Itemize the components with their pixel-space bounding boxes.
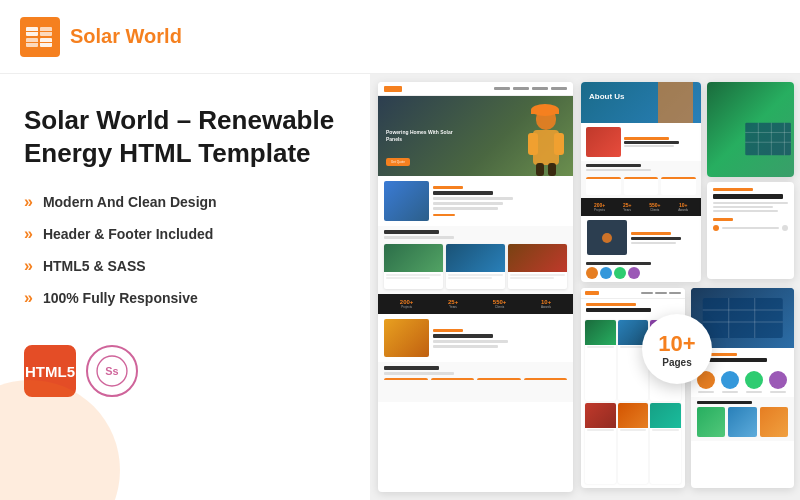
features-list: » Modern And Clean Design » Header & Foo… (24, 193, 346, 321)
sim-play-button (602, 233, 612, 243)
sim-hero-btn: Get Quote (386, 158, 410, 166)
preview-col-left: Powering Homes With Solar Panels Get Quo… (378, 82, 573, 492)
sim-team-avatar-3 (614, 267, 626, 279)
sim-sg-card-4 (585, 403, 616, 484)
sim-text-line-3 (433, 207, 498, 210)
sim-nav-logo (384, 86, 402, 92)
sim-member-avatar-4 (769, 371, 787, 389)
app-header: Solar World (0, 0, 800, 74)
sim-service-img-3 (508, 244, 567, 272)
sim-service-card-2 (446, 244, 505, 289)
sim-about-text (433, 181, 513, 221)
sim-services-title (378, 226, 573, 241)
sim-reshaping (378, 314, 573, 362)
sim-service-txt-3 (508, 272, 567, 282)
sim-hero-text: Powering Homes With Solar Panels (386, 129, 456, 143)
sim-sg-card-6 (650, 403, 681, 484)
sim-reshape-text (433, 319, 508, 357)
sim-about (378, 176, 573, 226)
sim-sg-navbar (581, 288, 685, 299)
sim-about-img (384, 181, 429, 221)
preview-col-right: About Us (581, 82, 794, 492)
pages-count: 10+ (658, 331, 695, 357)
sim-services (378, 241, 573, 294)
sim-working (378, 362, 573, 402)
feature-item-1: » Modern And Clean Design (24, 193, 346, 211)
sim-stat-2: 25+ Years (448, 299, 458, 309)
sim-stat-4: 10+ Awards (541, 299, 551, 309)
sim-ap-solar (581, 216, 701, 259)
svg-rect-24 (702, 298, 782, 338)
right-panel: Powering Homes With Solar Panels Get Quo… (370, 74, 800, 500)
feature-item-2: » Header & Footer Included (24, 225, 346, 243)
site-simulation: Powering Homes With Solar Panels Get Quo… (378, 82, 573, 492)
sim-about-page: About Us (581, 82, 701, 282)
logo: Solar World (20, 17, 182, 57)
sim-sg-logo (585, 291, 599, 295)
sim-nav-link-2 (513, 87, 529, 90)
sass-icon: Ss (95, 354, 129, 388)
sim-bottom-services (691, 397, 795, 441)
logo-text: Solar World (70, 25, 182, 48)
feature-item-4: » 100% Fully Responsive (24, 289, 346, 307)
sim-team-avatar-2 (600, 267, 612, 279)
sim-ap-steps (581, 174, 701, 198)
svg-rect-12 (528, 133, 538, 155)
sim-nav-link-4 (551, 87, 567, 90)
preview-main-card: Powering Homes With Solar Panels Get Quo… (378, 82, 573, 492)
main-content: Solar World – Renewable Energy HTML Temp… (0, 74, 800, 500)
svg-rect-17 (531, 110, 559, 114)
sass-badge: Ss (86, 345, 138, 397)
sim-stats: 200+ Projects 25+ Years 550+ Clients 1 (378, 294, 573, 314)
arrow-icon-1: » (24, 193, 33, 211)
sim-nav-link-3 (532, 87, 548, 90)
arrow-icon-3: » (24, 257, 33, 275)
solar-panel-illustration (742, 101, 794, 177)
sim-stat-3: 550+ Clients (493, 299, 507, 309)
sim-service-txt-1 (384, 272, 443, 282)
sim-service-card-1 (384, 244, 443, 289)
sim-ap-worker (658, 82, 693, 123)
preview-solar-image-card (707, 82, 794, 177)
arrow-icon-2: » (24, 225, 33, 243)
arrow-icon-4: » (24, 289, 33, 307)
svg-rect-0 (20, 17, 60, 57)
sim-service-card-3 (508, 244, 567, 289)
sim-service-txt-2 (446, 272, 505, 282)
sim-ap-professional (581, 259, 701, 282)
sim-navbar (378, 82, 573, 96)
sim-text-line-2 (433, 202, 503, 205)
sim-member-avatar-2 (721, 371, 739, 389)
sim-text-line-orange (433, 186, 463, 189)
sim-member-2 (721, 371, 739, 393)
svg-rect-13 (554, 133, 564, 155)
sim-member-3 (745, 371, 763, 393)
logo-icon (20, 17, 60, 57)
pages-label: Pages (662, 357, 691, 368)
preview-team-card (691, 288, 795, 488)
sim-cta-btn (433, 214, 455, 216)
sim-nav-link-1 (494, 87, 510, 90)
sim-ap-stats: 200+ Projects 25+ Years 550+ Clients (581, 198, 701, 216)
sim-section-title-line (384, 230, 439, 234)
sim-stat-1: 200+ Projects (400, 299, 414, 309)
sim-service-img-2 (446, 244, 505, 272)
tech-badges: HTML5 Ss (24, 345, 346, 397)
sim-hero-worker (518, 98, 573, 176)
feature-item-3: » HTML5 & SASS (24, 257, 346, 275)
sim-team-avatar-4 (628, 267, 640, 279)
preview-about-card: About Us (581, 82, 701, 282)
sim-sg-card-5 (618, 403, 649, 484)
preview-sm-cards-top (707, 82, 794, 282)
sim-team-avatar-1 (586, 267, 598, 279)
sim-ap-hero: About Us (581, 82, 701, 123)
decorative-circle (0, 380, 120, 500)
svg-rect-15 (548, 163, 556, 176)
left-panel: Solar World – Renewable Energy HTML Temp… (0, 74, 370, 500)
sim-team-members (691, 367, 795, 397)
pages-badge: 10+ Pages (642, 314, 712, 384)
product-title: Solar World – Renewable Energy HTML Temp… (24, 104, 346, 169)
sim-ap-reshaping (581, 123, 701, 161)
sim-team-page (691, 288, 795, 488)
sim-member-4 (769, 371, 787, 393)
